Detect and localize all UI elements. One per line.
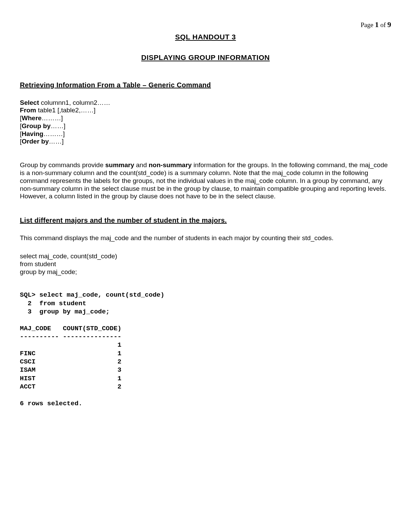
syntax-groupby-rest: ……] bbox=[51, 122, 65, 129]
para1-pre: Group by commands provide bbox=[20, 161, 105, 169]
sql-query-text: select maj_code, count(std_code) from st… bbox=[20, 252, 391, 276]
section-heading-2: List different majors and the number of … bbox=[20, 216, 391, 225]
para1-kw-summary: summary bbox=[105, 161, 134, 169]
kw-orderby: Order by bbox=[22, 138, 49, 145]
kw-where: Where bbox=[22, 114, 41, 122]
syntax-line-where: [Where………] bbox=[20, 114, 391, 122]
kw-groupby: Group by bbox=[22, 122, 50, 129]
page-current: 1 bbox=[375, 20, 379, 29]
syntax-where-rest: ………] bbox=[41, 114, 63, 122]
syntax-line-having: [Having………] bbox=[20, 130, 391, 138]
syntax-line-groupby: [Group by……] bbox=[20, 122, 391, 130]
kw-from: From bbox=[20, 107, 38, 114]
generic-command-syntax: Select columnn1, column2…… From table1 [… bbox=[20, 99, 391, 146]
kw-having: Having bbox=[22, 130, 43, 137]
query-line-3: group by maj_code; bbox=[20, 268, 391, 276]
paragraph-command-description: This command displays the maj_code and t… bbox=[20, 234, 391, 242]
syntax-having-rest: ………] bbox=[43, 130, 65, 137]
syntax-from-rest: table1 [,table2,……] bbox=[38, 107, 96, 114]
section-heading-1: Retrieving Information From a Table – Ge… bbox=[20, 81, 391, 89]
page-of: of bbox=[379, 21, 387, 28]
syntax-select-rest: columnn1, column2…… bbox=[41, 99, 110, 106]
page-number: Page 1 of 9 bbox=[361, 20, 391, 29]
sql-output: SQL> select maj_code, count(std_code) 2 … bbox=[20, 291, 391, 407]
page-total: 9 bbox=[387, 20, 391, 29]
page-body: SQL HANDOUT 3 DISPLAYING GROUP INFORMATI… bbox=[0, 0, 411, 408]
query-line-1: select maj_code, count(std_code) bbox=[20, 252, 391, 260]
para1-mid: and bbox=[134, 161, 149, 169]
kw-select: Select bbox=[20, 99, 41, 106]
syntax-line-orderby: [Order by……] bbox=[20, 138, 391, 146]
syntax-line-select: Select columnn1, column2…… bbox=[20, 99, 391, 107]
doc-title-1: SQL HANDOUT 3 bbox=[20, 33, 391, 41]
paragraph-groupby-explanation: Group by commands provide summary and no… bbox=[20, 161, 391, 200]
query-line-2: from student bbox=[20, 260, 391, 268]
syntax-orderby-rest: ……] bbox=[49, 138, 63, 145]
doc-title-2: DISPLAYING GROUP INFORMATION bbox=[20, 53, 391, 62]
syntax-line-from: From table1 [,table2,……] bbox=[20, 107, 391, 114]
para1-kw-nonsummary: non-summary bbox=[149, 161, 192, 169]
page-label-prefix: Page bbox=[361, 21, 375, 28]
